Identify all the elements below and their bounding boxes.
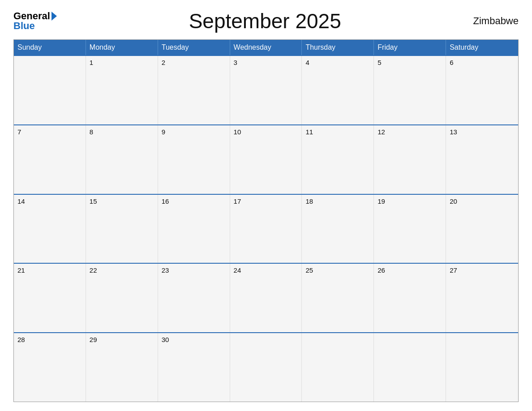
day-cell: 4 xyxy=(302,56,374,124)
day-number: 3 xyxy=(234,59,237,66)
day-cell: 2 xyxy=(158,56,230,124)
day-number: 2 xyxy=(162,59,165,66)
day-number: 26 xyxy=(378,266,385,274)
day-number: 20 xyxy=(450,197,457,205)
day-headers-row: SundayMondayTuesdayWednesdayThursdayFrid… xyxy=(14,40,518,55)
day-number: 10 xyxy=(234,128,241,136)
day-cell: 19 xyxy=(374,195,446,263)
day-number: 25 xyxy=(305,266,313,274)
day-number: 24 xyxy=(234,266,241,274)
day-header-sunday: Sunday xyxy=(14,40,86,55)
day-number: 17 xyxy=(234,197,241,205)
day-cell: 10 xyxy=(230,125,302,194)
logo: General Blue xyxy=(13,11,57,31)
day-number: 13 xyxy=(450,128,457,136)
day-number: 22 xyxy=(90,266,97,274)
day-number: 30 xyxy=(162,336,169,343)
day-number: 28 xyxy=(17,336,25,343)
day-cell xyxy=(302,333,374,402)
logo-blue-text: Blue xyxy=(13,21,35,31)
day-cell: 5 xyxy=(374,56,446,124)
day-cell: 18 xyxy=(302,195,374,263)
day-cell: 21 xyxy=(14,264,86,332)
day-number: 8 xyxy=(90,128,93,136)
week-row-3: 14151617181920 xyxy=(14,194,518,263)
day-cell: 7 xyxy=(14,125,86,194)
week-row-5: 282930 xyxy=(14,332,518,402)
day-cell: 25 xyxy=(302,264,374,332)
day-number: 23 xyxy=(162,266,169,274)
day-number: 15 xyxy=(90,197,97,205)
day-cell: 8 xyxy=(86,125,158,194)
day-cell: 28 xyxy=(14,333,86,402)
day-number: 21 xyxy=(17,266,25,274)
logo-general-text: General xyxy=(13,11,50,21)
day-cell xyxy=(446,333,518,402)
day-number: 29 xyxy=(90,336,97,343)
day-header-saturday: Saturday xyxy=(446,40,518,55)
calendar-page: General Blue September 2025 Zimbabwe Sun… xyxy=(0,0,532,411)
day-header-friday: Friday xyxy=(374,40,446,55)
day-number: 27 xyxy=(450,266,457,274)
page-header: General Blue September 2025 Zimbabwe xyxy=(13,9,519,33)
day-header-wednesday: Wednesday xyxy=(230,40,302,55)
day-cell: 9 xyxy=(158,125,230,194)
day-cell: 3 xyxy=(230,56,302,124)
calendar-grid: SundayMondayTuesdayWednesdayThursdayFrid… xyxy=(13,39,519,402)
day-cell: 15 xyxy=(86,195,158,263)
day-cell: 14 xyxy=(14,195,86,263)
day-number: 19 xyxy=(378,197,385,205)
day-number: 12 xyxy=(378,128,385,136)
day-cell: 20 xyxy=(446,195,518,263)
day-cell: 30 xyxy=(158,333,230,402)
day-number: 4 xyxy=(305,59,309,66)
day-number: 11 xyxy=(305,128,313,136)
day-cell: 1 xyxy=(86,56,158,124)
day-cell: 26 xyxy=(374,264,446,332)
day-number: 6 xyxy=(450,59,453,66)
day-header-thursday: Thursday xyxy=(302,40,374,55)
logo-triangle-icon xyxy=(51,12,57,21)
day-cell xyxy=(374,333,446,402)
day-cell: 13 xyxy=(446,125,518,194)
day-cell: 17 xyxy=(230,195,302,263)
day-cell: 27 xyxy=(446,264,518,332)
day-cell: 16 xyxy=(158,195,230,263)
day-cell: 12 xyxy=(374,125,446,194)
day-number: 18 xyxy=(305,197,313,205)
day-number: 7 xyxy=(17,128,21,136)
week-row-2: 78910111213 xyxy=(14,124,518,194)
day-cell: 22 xyxy=(86,264,158,332)
day-cell: 23 xyxy=(158,264,230,332)
day-number: 14 xyxy=(17,197,25,205)
day-cell xyxy=(14,56,86,124)
day-cell xyxy=(230,333,302,402)
day-cell: 29 xyxy=(86,333,158,402)
day-number: 1 xyxy=(90,59,93,66)
day-cell: 11 xyxy=(302,125,374,194)
week-row-4: 21222324252627 xyxy=(14,263,518,332)
day-header-monday: Monday xyxy=(86,40,158,55)
day-cell: 24 xyxy=(230,264,302,332)
day-number: 16 xyxy=(162,197,169,205)
day-cell: 6 xyxy=(446,56,518,124)
country-label: Zimbabwe xyxy=(473,15,519,27)
day-header-tuesday: Tuesday xyxy=(158,40,230,55)
week-row-1: 123456 xyxy=(14,55,518,124)
month-title: September 2025 xyxy=(189,9,341,33)
day-number: 5 xyxy=(378,59,381,66)
day-number: 9 xyxy=(162,128,165,136)
